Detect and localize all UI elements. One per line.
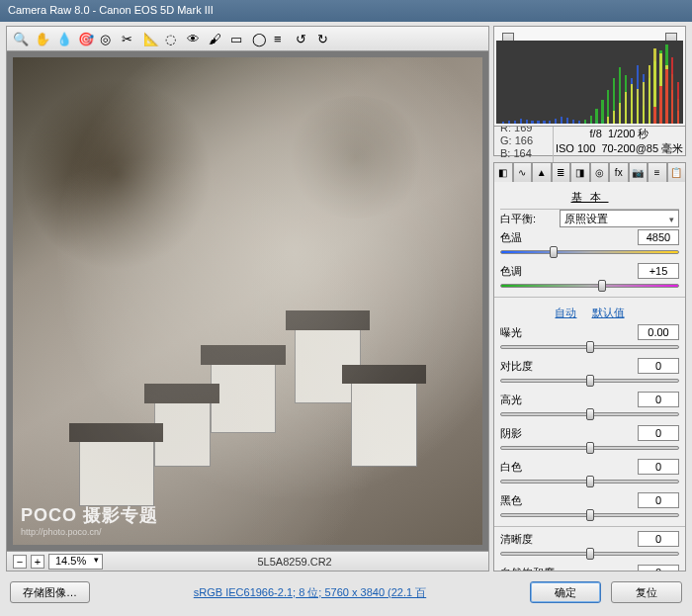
tab-detail-icon[interactable]: ▲ <box>532 162 552 182</box>
blacks-label: 黑色 <box>500 493 556 508</box>
list-icon[interactable]: ≡ <box>274 32 288 45</box>
whites-slider[interactable] <box>500 477 679 486</box>
blacks-value[interactable]: 0 <box>638 492 679 508</box>
adjustment-brush-icon[interactable]: 🖌 <box>209 32 222 45</box>
crop-icon[interactable]: ✂ <box>122 32 135 45</box>
contrast-value[interactable]: 0 <box>638 358 679 374</box>
exposure-slider[interactable] <box>500 342 679 352</box>
filename-label: 5L5A8259.CR2 <box>107 556 482 568</box>
wb-label: 白平衡: <box>500 212 556 226</box>
tab-basic-icon[interactable]: ◧ <box>493 162 513 182</box>
spot-removal-icon[interactable]: ◌ <box>165 32 179 45</box>
contrast-label: 对比度 <box>500 359 556 374</box>
ok-button[interactable]: 确定 <box>530 581 601 603</box>
blacks-slider[interactable] <box>500 510 679 520</box>
auto-link[interactable]: 自动 <box>555 307 576 318</box>
tint-value[interactable]: +15 <box>638 263 679 279</box>
default-link[interactable]: 默认值 <box>592 307 625 318</box>
temp-label: 色温 <box>500 230 556 245</box>
whites-label: 白色 <box>500 460 556 475</box>
zoom-out-button[interactable]: − <box>13 555 27 569</box>
tint-slider[interactable] <box>500 281 679 291</box>
temp-slider[interactable] <box>500 247 679 257</box>
image-preview[interactable]: POCO 摄影专题 http://photo.poco.cn/ <box>13 57 482 545</box>
save-button[interactable]: 存储图像… <box>10 581 90 603</box>
rotate-cw-icon[interactable]: ↻ <box>317 32 331 45</box>
tab-hsl-icon[interactable]: ≣ <box>552 162 571 182</box>
zoom-select[interactable]: 14.5% <box>48 554 103 570</box>
radial-filter-icon[interactable]: ◯ <box>252 32 266 45</box>
hand-icon[interactable]: ✋ <box>35 32 48 45</box>
rotate-ccw-icon[interactable]: ↺ <box>296 32 309 45</box>
graduated-filter-icon[interactable]: ▭ <box>230 32 244 45</box>
metadata-link[interactable]: sRGB IEC61966-2.1; 8 位; 5760 x 3840 (22.… <box>100 585 520 600</box>
clarity-slider[interactable] <box>500 549 679 559</box>
contrast-slider[interactable] <box>500 376 679 386</box>
panel-tabs: ◧∿▲≣◨◎fx📷≡📋 <box>493 162 686 182</box>
tab-camera-icon[interactable]: 📷 <box>629 162 649 182</box>
tab-lens-icon[interactable]: ◎ <box>590 162 610 182</box>
redeye-icon[interactable]: 👁 <box>187 32 201 45</box>
panel-title: 基本 <box>500 186 679 210</box>
zoom-in-button[interactable]: + <box>31 555 44 569</box>
straighten-icon[interactable]: 📐 <box>143 32 157 45</box>
highlights-label: 高光 <box>500 393 556 407</box>
exposure-label: 曝光 <box>500 325 556 340</box>
shadows-label: 阴影 <box>500 426 556 441</box>
readout: R: 169G: 166B: 164 f/8 1/200 秒 ISO 100 7… <box>493 127 686 156</box>
cancel-button[interactable]: 复位 <box>611 581 682 603</box>
target-adjust-icon[interactable]: ◎ <box>100 32 114 45</box>
shadows-value[interactable]: 0 <box>638 425 679 441</box>
exposure-value[interactable]: 0.00 <box>638 324 679 340</box>
tint-label: 色调 <box>500 264 556 279</box>
whites-value[interactable]: 0 <box>638 459 679 475</box>
toolbar: 🔍✋💧🎯◎✂📐◌👁🖌▭◯≡↺↻ <box>7 27 488 51</box>
watermark: POCO 摄影专题 http://photo.poco.cn/ <box>21 503 158 537</box>
tab-presets-icon[interactable]: ≡ <box>648 162 667 182</box>
tab-curve-icon[interactable]: ∿ <box>513 162 533 182</box>
highlights-slider[interactable] <box>500 409 679 419</box>
highlights-value[interactable]: 0 <box>638 392 679 407</box>
clarity-value[interactable]: 0 <box>638 531 679 547</box>
temp-value[interactable]: 4850 <box>638 229 679 245</box>
tab-fx-icon[interactable]: fx <box>609 162 629 182</box>
vibrance-label: 自然饱和度 <box>500 566 556 572</box>
vibrance-value[interactable]: 0 <box>638 565 679 572</box>
tab-snapshots-icon[interactable]: 📋 <box>667 162 687 182</box>
title-bar: Camera Raw 8.0 - Canon EOS 5D Mark III <box>0 0 692 22</box>
tab-split-icon[interactable]: ◨ <box>570 162 590 182</box>
shadows-slider[interactable] <box>500 443 679 453</box>
wb-select[interactable]: 原照设置 <box>560 210 679 227</box>
zoom-icon[interactable]: 🔍 <box>13 32 27 45</box>
clarity-label: 清晰度 <box>500 532 556 547</box>
color-sampler-icon[interactable]: 🎯 <box>78 32 92 45</box>
histogram <box>496 41 683 124</box>
eyedropper-white-icon[interactable]: 💧 <box>56 32 70 45</box>
